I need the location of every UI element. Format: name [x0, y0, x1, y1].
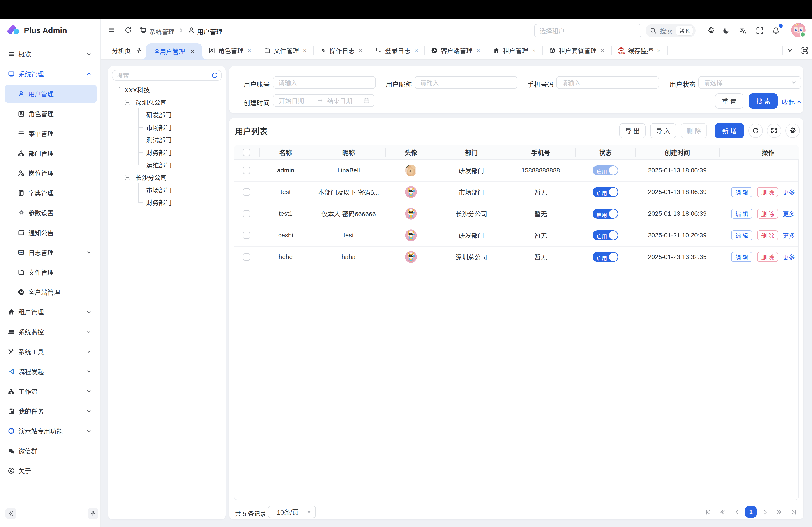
svg-text:DEV: DEV [19, 252, 24, 254]
